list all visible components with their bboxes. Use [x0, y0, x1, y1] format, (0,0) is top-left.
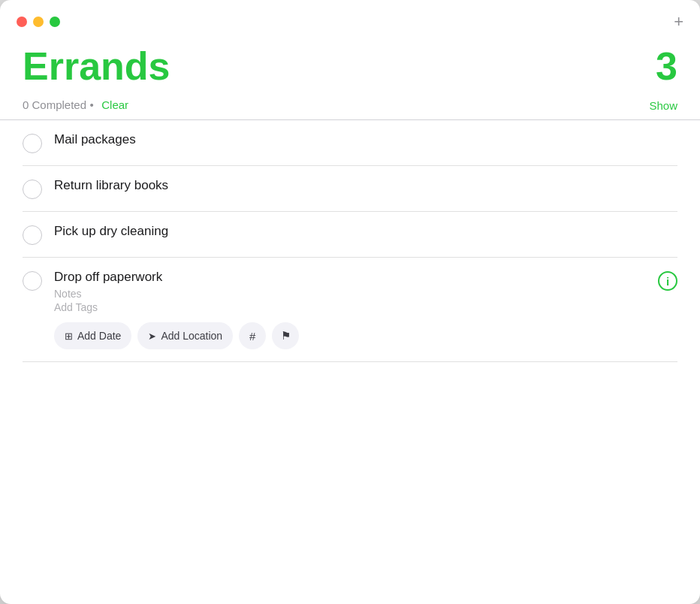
completed-info: 0 Completed • Clear — [23, 98, 128, 112]
header-row: Errands 3 — [23, 45, 677, 88]
task-checkbox[interactable] — [23, 271, 42, 291]
main-content: Errands 3 0 Completed • Clear Show Mail … — [0, 38, 700, 604]
add-location-button[interactable]: ➤ Add Location — [137, 322, 233, 349]
task-text: Mail packages — [54, 132, 677, 147]
app-window: + Errands 3 0 Completed • Clear Show Mai… — [0, 0, 700, 604]
task-count: 3 — [656, 45, 677, 88]
clear-button[interactable]: Clear — [101, 98, 128, 111]
task-tags[interactable]: Add Tags — [54, 301, 650, 313]
task-checkbox[interactable] — [23, 180, 42, 199]
tag-icon: # — [249, 330, 255, 343]
calendar-icon: ⊞ — [65, 331, 73, 342]
task-actions: ⊞ Add Date ➤ Add Location # ⚑ — [54, 322, 650, 349]
task-notes[interactable]: Notes — [54, 288, 650, 300]
completed-row: 0 Completed • Clear Show — [23, 98, 677, 112]
info-button[interactable]: i — [658, 271, 677, 291]
task-checkbox[interactable] — [23, 225, 42, 245]
list-title: Errands — [23, 45, 170, 88]
task-item: Return library books — [23, 166, 677, 212]
task-list: Mail packages Return library books Pick … — [23, 120, 677, 589]
info-icon: i — [666, 275, 669, 288]
add-date-button[interactable]: ⊞ Add Date — [54, 322, 131, 349]
task-text: Return library books — [54, 178, 677, 193]
add-item-button[interactable]: + — [674, 14, 683, 30]
task-text: Drop off paperwork — [54, 270, 650, 285]
task-item-expanded: Drop off paperwork Notes Add Tags ⊞ Add … — [23, 258, 677, 362]
traffic-lights — [17, 17, 60, 27]
task-content: Drop off paperwork Notes Add Tags ⊞ Add … — [54, 270, 650, 349]
close-button[interactable] — [17, 17, 27, 27]
flag-icon: ⚑ — [281, 329, 291, 343]
add-date-label: Add Date — [77, 330, 121, 342]
add-location-label: Add Location — [161, 330, 222, 342]
show-button[interactable]: Show — [649, 99, 677, 112]
add-tag-button[interactable]: # — [239, 322, 266, 349]
task-item: Pick up dry cleaning — [23, 212, 677, 258]
task-checkbox[interactable] — [23, 134, 42, 153]
location-icon: ➤ — [148, 331, 156, 342]
task-item: Mail packages — [23, 120, 677, 166]
task-text: Pick up dry cleaning — [54, 224, 677, 239]
maximize-button[interactable] — [50, 17, 60, 27]
title-bar: + — [0, 0, 700, 38]
completed-label: 0 Completed — [23, 98, 86, 111]
dot-separator: • — [90, 98, 94, 111]
minimize-button[interactable] — [33, 17, 44, 27]
flag-button[interactable]: ⚑ — [272, 322, 299, 349]
